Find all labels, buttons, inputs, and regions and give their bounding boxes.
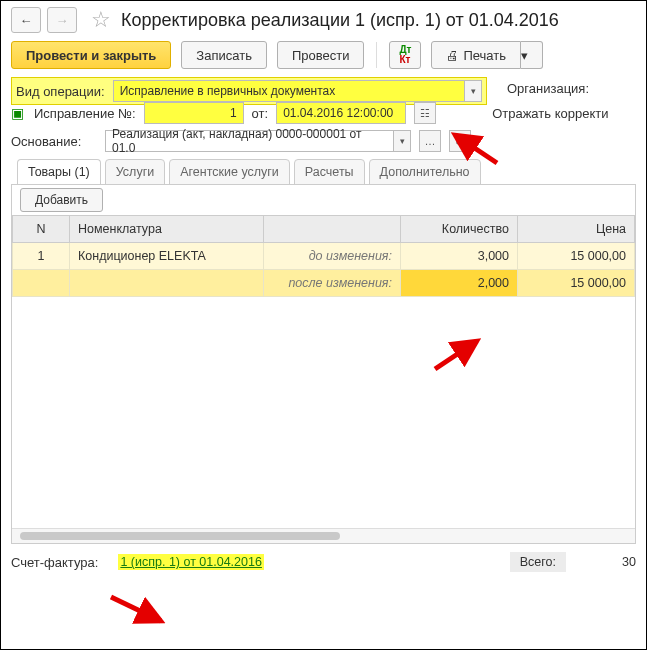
- print-button-label: Печать: [463, 48, 506, 63]
- operation-type-label: Вид операции:: [16, 84, 105, 99]
- tab-calculations[interactable]: Расчеты: [294, 159, 365, 185]
- tab-goods[interactable]: Товары (1): [17, 159, 101, 185]
- total-value: 30: [576, 555, 636, 569]
- correction-date-from-label: от:: [252, 106, 269, 121]
- tab-agent-services[interactable]: Агентские услуги: [169, 159, 290, 185]
- goods-panel: Добавить N Номенклатура Количество Цена …: [11, 184, 636, 544]
- basis-open-button[interactable]: ⧉: [449, 130, 471, 152]
- horizontal-scrollbar[interactable]: [12, 528, 635, 543]
- col-nomen[interactable]: Номенклатура: [70, 216, 264, 243]
- basis-field[interactable]: Реализация (акт, накладная) 0000-000001 …: [105, 130, 393, 152]
- goods-table: N Номенклатура Количество Цена 1 Кондици…: [12, 215, 635, 297]
- cell-before-label: до изменения:: [264, 243, 401, 270]
- dt-kt-button[interactable]: ДтКт: [389, 41, 421, 69]
- scrollbar-thumb[interactable]: [20, 532, 340, 540]
- basis-more-button[interactable]: …: [419, 130, 441, 152]
- organization-label: Организация:: [507, 81, 589, 96]
- total-label: Всего:: [520, 555, 556, 569]
- col-n[interactable]: N: [13, 216, 70, 243]
- add-row-button[interactable]: Добавить: [20, 188, 103, 212]
- post-button[interactable]: Провести: [277, 41, 365, 69]
- table-row[interactable]: 1 Кондиционер ELEKTA до изменения: 3,000…: [13, 243, 635, 270]
- table-row[interactable]: после изменения: 2,000 15 000,00: [13, 270, 635, 297]
- cell-qty-before: 3,000: [401, 243, 518, 270]
- correction-date-field[interactable]: 01.04.2016 12:00:00: [276, 102, 406, 124]
- page-title: Корректировка реализации 1 (испр. 1) от …: [121, 10, 559, 31]
- print-button[interactable]: 🖨 Печать: [431, 41, 521, 69]
- invoice-label: Счет-фактура:: [11, 555, 98, 570]
- basis-dropdown-icon[interactable]: ▾: [393, 130, 411, 152]
- cell-qty-after[interactable]: 2,000: [401, 270, 518, 297]
- post-and-close-button[interactable]: Провести и закрыть: [11, 41, 171, 69]
- operation-type-field[interactable]: Исправление в первичных документах: [113, 80, 464, 102]
- annotation-arrow-3: [105, 591, 175, 631]
- favorite-icon[interactable]: ☆: [91, 7, 111, 33]
- col-qty[interactable]: Количество: [401, 216, 518, 243]
- open-external-icon: ⧉: [456, 135, 464, 148]
- dt-kt-icon: ДтКт: [399, 45, 411, 65]
- svg-line-2: [111, 597, 161, 621]
- basis-label: Основание:: [11, 134, 97, 149]
- correction-number-field[interactable]: 1: [144, 102, 244, 124]
- col-price[interactable]: Цена: [518, 216, 635, 243]
- operation-type-dropdown-icon[interactable]: ▾: [464, 80, 482, 102]
- correction-number-label: Исправление №:: [34, 106, 136, 121]
- back-button[interactable]: ←: [11, 7, 41, 33]
- tab-additional[interactable]: Дополнительно: [369, 159, 481, 185]
- tab-services[interactable]: Услуги: [105, 159, 165, 185]
- cell-price-before: 15 000,00: [518, 243, 635, 270]
- forward-button[interactable]: →: [47, 7, 77, 33]
- cell-after-label: после изменения:: [264, 270, 401, 297]
- calendar-icon: ☷: [420, 107, 430, 120]
- invoice-link[interactable]: 1 (испр. 1) от 01.04.2016: [118, 554, 264, 570]
- reflect-correction-label: Отражать корректи: [492, 106, 608, 121]
- status-posted-icon: ▣: [11, 105, 24, 121]
- cell-nomen: Кондиционер ELEKTA: [70, 243, 264, 270]
- save-button[interactable]: Записать: [181, 41, 267, 69]
- cell-n: 1: [13, 243, 70, 270]
- print-dropdown-button[interactable]: ▾: [521, 41, 543, 69]
- calendar-button[interactable]: ☷: [414, 102, 436, 124]
- cell-price-after: 15 000,00: [518, 270, 635, 297]
- printer-icon: 🖨: [446, 48, 459, 63]
